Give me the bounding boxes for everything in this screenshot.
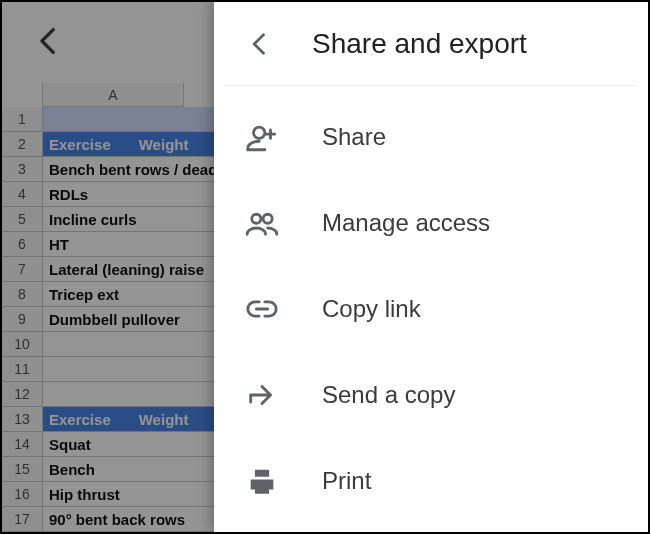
menu-item-label: Copy link (322, 295, 421, 323)
link-icon (244, 291, 280, 327)
menu-item-send-a-copy[interactable]: Send a copy (214, 352, 648, 438)
menu-item-print[interactable]: Print (214, 438, 648, 524)
print-icon (244, 463, 280, 499)
menu-item-label: Send a copy (322, 381, 455, 409)
send-icon (244, 377, 280, 413)
svg-point-0 (252, 214, 261, 223)
person-add-icon (244, 119, 280, 155)
menu-item-copy-link[interactable]: Copy link (214, 266, 648, 352)
menu-item-label: Share (322, 123, 386, 151)
menu-item-label: Manage access (322, 209, 490, 237)
share-export-panel: Share and export ShareManage accessCopy … (214, 2, 648, 532)
panel-back-button[interactable] (244, 28, 276, 60)
menu-item-manage-access[interactable]: Manage access (214, 180, 648, 266)
menu-item-label: Print (322, 467, 371, 495)
people-icon (244, 205, 280, 241)
panel-title: Share and export (312, 28, 527, 60)
svg-point-1 (263, 214, 272, 223)
menu-item-share[interactable]: Share (214, 94, 648, 180)
